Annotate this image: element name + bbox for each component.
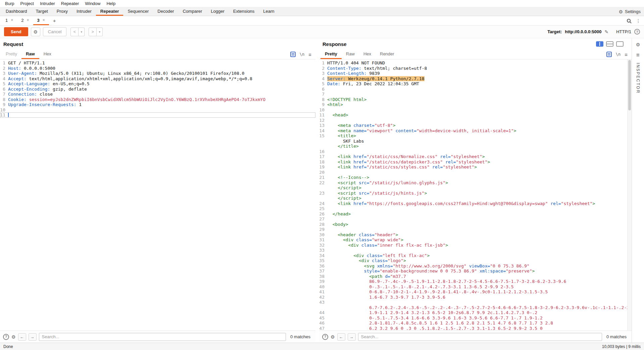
response-line[interactable]: 3Content-Length: 9839 [319, 71, 627, 76]
history-back-button[interactable]: < [70, 28, 79, 36]
show-newlines-icon[interactable]: \n [300, 52, 304, 57]
main-tab-decoder[interactable]: Decoder [153, 7, 178, 16]
response-line[interactable]: 2Content-Type: text/html; charset=utf-8 [319, 66, 627, 71]
menu-window[interactable]: Window [82, 1, 103, 6]
menu-burp[interactable]: Burp [2, 1, 17, 6]
response-tab-hex[interactable]: Hex [359, 50, 376, 59]
show-newlines-icon[interactable]: \n [616, 52, 621, 57]
inspector-tab[interactable]: INSPECTOR [636, 63, 640, 94]
response-line[interactable]: 16 [319, 149, 627, 154]
response-line[interactable]: 27 [319, 216, 627, 222]
repeater-tab-1[interactable]: 1 × [1, 16, 17, 25]
response-line[interactable]: 17 <link href="/static/css/Normalize.css… [319, 154, 627, 159]
response-line[interactable]: 31 <div class="wrap wide"> [319, 237, 627, 243]
request-line[interactable]: 9Upgrade-Insecure-Requests: 1 [0, 102, 315, 107]
request-line[interactable]: 6Accept-Encoding: gzip, deflate [0, 87, 315, 92]
request-tab-hex[interactable]: Hex [39, 50, 56, 59]
editor-menu-icon[interactable]: ≡ [308, 52, 311, 57]
response-line[interactable]: 11 <head> [319, 112, 627, 118]
single-pane-layout-icon[interactable] [616, 41, 624, 47]
response-line[interactable]: 26 </head> [319, 211, 627, 217]
repeater-tab-3[interactable]: 3 × [33, 16, 49, 25]
response-line[interactable]: 33 [319, 248, 627, 253]
help-icon[interactable]: ? [634, 29, 640, 35]
search-settings-icon[interactable]: ⚙ [11, 335, 16, 339]
response-line[interactable]: 41 0-6.8-.7-10-2-1-.4-1.9-.9-2.8-1.41-.8… [319, 289, 627, 295]
request-line[interactable]: 3User-Agent: Mozilla/5.0 (X11; Ubuntu; L… [0, 71, 315, 76]
response-line[interactable]: 35 <div class="logo"> [319, 258, 627, 263]
next-match-button[interactable]: → [348, 333, 356, 341]
rows-layout-icon[interactable] [606, 41, 613, 47]
response-line[interactable]: 45 0-.5.1-.7.5-3.4 1.6-6.6 3.3-9.6 1.6-3… [319, 315, 627, 321]
main-tab-sequencer[interactable]: Sequencer [123, 7, 153, 16]
menu-intruder[interactable]: Intruder [37, 1, 58, 6]
response-line[interactable]: 25 [319, 206, 627, 211]
request-line[interactable]: 5Accept-Language: en-US,en;q=0.5 [0, 81, 315, 87]
http-version-selector[interactable]: HTTP/1 [616, 29, 631, 34]
response-line[interactable]: </title> [319, 144, 627, 149]
response-tab-render[interactable]: Render [376, 50, 399, 59]
add-tab-button[interactable]: + [49, 16, 60, 25]
request-search-input[interactable] [39, 333, 286, 341]
response-line[interactable]: 44 1.9-1.1 2.9-1.4 3.2-1.3 6.5-2 10-2s6.… [319, 310, 627, 315]
response-line[interactable]: 18 <link href="/static/css/datepicker3.c… [319, 159, 627, 165]
main-tab-target[interactable]: Target [32, 7, 52, 16]
chevron-down-icon[interactable]: ▾ [79, 28, 85, 36]
response-search-input[interactable] [358, 333, 602, 341]
panel-splitter[interactable] [315, 38, 319, 343]
kebab-menu-icon[interactable]: ⋮ [636, 18, 641, 23]
response-line[interactable]: 43 [319, 300, 627, 305]
main-tab-proxy[interactable]: Proxy [52, 7, 72, 16]
response-line[interactable]: 6 [319, 87, 627, 92]
scrollbar-thumb[interactable] [628, 60, 631, 110]
close-icon[interactable]: × [27, 18, 29, 22]
request-line[interactable]: 10 [0, 107, 315, 113]
word-wrap-icon[interactable] [290, 52, 296, 57]
response-line[interactable]: SKF Labs [319, 139, 627, 144]
request-line[interactable]: 1GET / HTTP/1.1 [0, 60, 315, 66]
regex-help-icon[interactable]: ? [322, 334, 328, 340]
response-line[interactable]: 24 <link href="https://fonts.googleapis.… [319, 201, 627, 206]
response-line[interactable]: 13 <meta charset="utf-8"> [319, 123, 627, 128]
menu-help[interactable]: Help [103, 1, 118, 6]
response-line[interactable]: 37 style="enable-background:new 0 0 75.3… [319, 268, 627, 274]
request-line[interactable]: 4Accept: text/html,application/xhtml+xml… [0, 76, 315, 82]
response-line[interactable]: 38 <path d="m37.7 [319, 274, 627, 279]
request-line[interactable]: 7Connection: close [0, 92, 315, 97]
response-line[interactable]: 36 <svg xmlns="http://www.w3.org/2000/sv… [319, 263, 627, 269]
request-line[interactable]: 8Cookie: session=eyJsb2dnZWRpbiI6bnVsbCw… [0, 97, 315, 102]
response-line[interactable]: 23 <script src="/static/js/hints.js"> [319, 191, 627, 196]
editor-menu-icon[interactable]: ≡ [625, 52, 628, 57]
main-tab-comparer[interactable]: Comparer [178, 7, 206, 16]
response-line[interactable]: 15 <title> [319, 133, 627, 139]
request-editor[interactable]: 1GET / HTTP/1.12Host: 0.0.0.0:50003User-… [0, 59, 315, 331]
response-line[interactable]: 34 <div class="left flx flx-ac"> [319, 253, 627, 258]
close-icon[interactable]: × [43, 18, 45, 22]
response-line[interactable]: 29 [319, 227, 627, 232]
main-tab-intruder[interactable]: Intruder [72, 7, 96, 16]
response-line[interactable]: 46 2.8-1.81.7-.4.8.5c.8.5 1.6 1 2.5 1.6 … [319, 320, 627, 326]
scrollbar[interactable] [627, 59, 632, 331]
response-line[interactable]: 30 <header class="header"> [319, 232, 627, 238]
search-icon[interactable] [627, 19, 631, 22]
columns-layout-icon[interactable] [596, 41, 603, 47]
response-line[interactable]: 14 <meta name="viewport" content="width=… [319, 128, 627, 134]
response-tab-pretty[interactable]: Pretty [320, 50, 342, 59]
menu-repeater[interactable]: Repeater [58, 1, 82, 6]
response-line[interactable]: 40 0-.3-.1-.5-.1-.8-.2.1-.4.2-.7.3-3.1 1… [319, 284, 627, 290]
response-line[interactable]: 8<!DOCTYPE html> [319, 97, 627, 102]
request-line[interactable]: 2Host: 0.0.0.0:5000 [0, 66, 315, 71]
word-wrap-icon[interactable] [606, 52, 612, 57]
inspector-toggle-icon[interactable]: ≣ [636, 52, 640, 57]
response-line[interactable]: 10 [319, 107, 627, 113]
response-line[interactable]: 7 [319, 92, 627, 97]
response-line[interactable]: 21 <!--Icons--> [319, 175, 627, 180]
chevron-down-icon[interactable]: ▾ [97, 28, 103, 36]
response-line[interactable]: 47 6.2 3.2 9.6 0 .3 0 .5.1.8.2-.1.5-.2.7… [319, 326, 627, 331]
previous-match-button[interactable]: ← [337, 333, 345, 341]
main-tab-dashboard[interactable]: Dashboard [1, 7, 32, 16]
response-line[interactable]: 42 1.6-6.7 3.3-9.7 1.7-3 3.9-5.6 [319, 295, 627, 300]
response-line[interactable]: </script> [319, 185, 627, 191]
response-line[interactable]: 4Server: Werkzeug/0.14.1 Python/2.7.18 [319, 76, 627, 82]
cancel-button[interactable]: Cancel [43, 27, 66, 36]
